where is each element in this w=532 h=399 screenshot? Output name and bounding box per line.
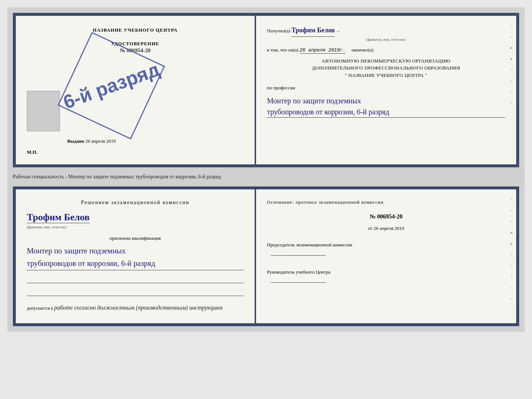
assigned-label: присвоена квалификация (27, 235, 244, 241)
director-block: Руководитель учебного Центра (267, 268, 505, 286)
org-line2: ДОПОЛНИТЕЛЬНОГО ПРОФЕССИОНАЛЬНОГО ОБРАЗО… (267, 64, 505, 72)
top-doc-right: Получил(а) Трофим Белов – (фамилия, имя,… (256, 16, 516, 164)
blank-line-2 (27, 289, 244, 296)
chairman-block: Председатель экзаменационной комиссии (267, 241, 505, 259)
blank-line-1 (27, 276, 244, 283)
right-side-lines: – – – и а ← – – – – (510, 197, 514, 300)
qualification-line1: Монтер по защите подземных (27, 245, 244, 257)
org-block: АВТОНОМНУЮ НЕКОММЕРЧЕСКУЮ ОРГАНИЗАЦИЮ ДО… (267, 57, 505, 79)
profession-line1: Монтер по защите подземных (267, 95, 505, 106)
protocol-date: от 26 апреля 2019 (267, 225, 505, 231)
top-doc-left: НАЗВАНИЕ УЧЕБНОГО ЦЕНТРА УДОСТОВЕРЕНИЕ №… (16, 16, 256, 164)
date-value: 26 апреля 2019г. (300, 47, 346, 54)
recipient-line: Получил(а) Трофим Белов – (фамилия, имя,… (267, 25, 505, 43)
date-line: в том, что он(а) 26 апреля 2019г. окончи… (267, 47, 505, 53)
permission-text: допускается к работе согласно должностны… (27, 303, 244, 312)
middle-text: Рабочая специальность - Монтер по защите… (13, 171, 519, 183)
stamp-container: 6-й разряд (46, 20, 177, 152)
top-document: НАЗВАНИЕ УЧЕБНОГО ЦЕНТРА УДОСТОВЕРЕНИЕ №… (13, 13, 519, 167)
side-lines: – – и а ← – – – (510, 23, 514, 105)
qualification: Монтер по защите подземных трубопроводов… (27, 245, 244, 270)
bottom-doc-left: Решением экзаменационной комиссии Трофим… (16, 189, 256, 323)
bottom-doc-right: Основание: протокол экзаменационной коми… (256, 189, 516, 323)
chairman-label: Председатель экзаменационной комиссии (267, 241, 505, 249)
person-name-area: Трофим Белов (фамилия, имя, отчество) (27, 210, 244, 230)
profession-line2: трубопроводов от коррозии, 6-й разряд (267, 106, 505, 117)
mp-area: М.П. (27, 149, 37, 155)
director-signature-line (271, 276, 326, 283)
org-line3: " НАЗВАНИЕ УЧЕБНОГО ЦЕНТРА " (267, 72, 505, 79)
org-line1: АВТОНОМНУЮ НЕКОММЕРЧЕСКУЮ ОРГАНИЗАЦИЮ (267, 57, 505, 65)
stamp-diamond: 6-й разряд (58, 32, 165, 139)
photo-placeholder (27, 91, 60, 131)
profession-handwritten: Монтер по защите подземных трубопроводов… (267, 95, 505, 118)
bottom-document: Решением экзаменационной комиссии Трофим… (13, 186, 519, 326)
protocol-number: № 006954-20 (267, 213, 505, 220)
name-hint: (фамилия, имя, отчество) (267, 37, 505, 43)
received-prefix: Получил(а) (267, 28, 290, 33)
chairman-signature-line (271, 249, 326, 256)
date-value: 26 апреля 2019 (374, 225, 404, 231)
qualification-line2: трубопроводов от коррозии, 6-й разряд (27, 257, 244, 270)
recipient-name: Трофим Белов (291, 25, 335, 37)
date-suffix: окончил(а) (352, 47, 374, 53)
decision-title: Решением экзаменационной комиссии (27, 199, 244, 206)
permission-handwritten: работе согласно должностным (производств… (54, 304, 222, 311)
permission-prefix: допускается к (27, 306, 53, 311)
person-name-hint: (фамилия, имя, отчество) (27, 225, 66, 229)
basis-title: Основание: протокол экзаменационной коми… (267, 199, 505, 206)
director-label: Руководитель учебного Центра (267, 268, 505, 276)
page-wrapper: НАЗВАНИЕ УЧЕБНОГО ЦЕНТРА УДОСТОВЕРЕНИЕ №… (7, 7, 525, 332)
profession-label: по профессии (267, 85, 505, 91)
person-name: Трофим Белов (27, 212, 90, 223)
date-prefix: от (368, 225, 373, 231)
stamp-text: 6-й разряд (61, 60, 162, 112)
date-prefix: в том, что он(а) (267, 47, 299, 53)
